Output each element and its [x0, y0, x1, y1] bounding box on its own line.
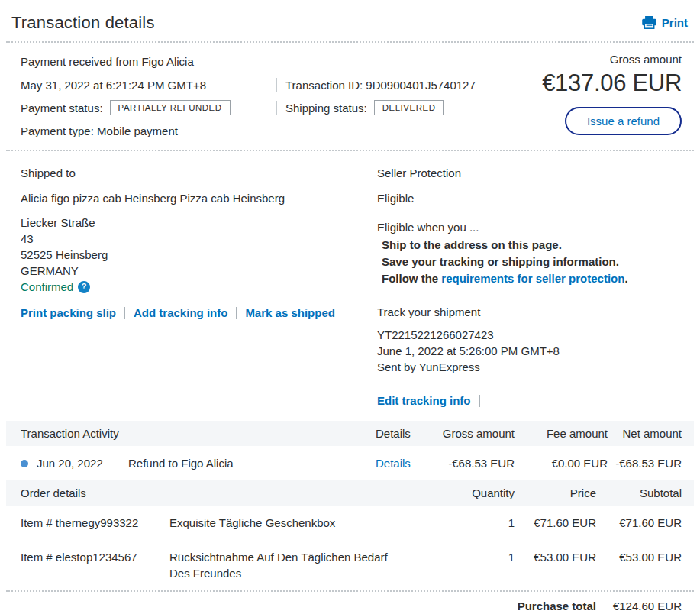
- order-item-row: Item # thernegy993322 Exquisite Tägliche…: [6, 506, 694, 540]
- separator: [344, 307, 344, 319]
- column-header-net: Net amount: [608, 427, 682, 440]
- shipped-to-section: Shipped to Alicia figo pizza cab Heinsbe…: [21, 161, 377, 407]
- order-details-header: Order details Quantity Price Subtotal: [6, 480, 694, 506]
- shipping-address: Liecker Straße 43 52525 Heinsberg GERMAN…: [21, 215, 377, 295]
- shipped-to-title: Shipped to: [21, 166, 377, 179]
- tracking-date: June 1, 2022 at 5:26:00 PM GMT+8: [377, 343, 682, 359]
- payment-summary: Payment received from Figo Alicia May 31…: [0, 43, 700, 150]
- payment-status-label: Payment status:: [21, 102, 103, 115]
- add-tracking-info-link[interactable]: Add tracking info: [134, 306, 227, 319]
- printer-icon: [642, 16, 656, 29]
- separator: [236, 307, 237, 319]
- address-line: 43: [21, 231, 377, 247]
- activity-net-amount: -€68.53 EUR: [608, 457, 682, 470]
- transaction-id: Transaction ID: 9D0900401J5740127: [285, 79, 476, 92]
- seller-protection-title: Seller Protection: [377, 166, 682, 179]
- column-header-fee: Fee amount: [515, 427, 608, 440]
- payment-status-badge: PARTIALLY REFUNDED: [110, 100, 231, 115]
- column-header-gross: Gross amount: [441, 427, 515, 440]
- address-line: GERMANY: [21, 263, 377, 279]
- transaction-activity-title: Transaction Activity: [21, 427, 376, 440]
- transaction-date: May 31, 2022 at 6:21:24 PM GMT+8: [21, 79, 276, 92]
- column-header-details: Details: [376, 427, 441, 440]
- page-header: Transaction details Print: [0, 0, 700, 41]
- item-number: Item # elestop1234567: [21, 549, 169, 581]
- column-header-price: Price: [515, 486, 596, 499]
- activity-description: Refund to Figo Alicia: [128, 457, 234, 470]
- item-quantity: 1: [423, 549, 515, 581]
- address-line: Liecker Straße: [21, 215, 377, 231]
- transaction-activity-header: Transaction Activity Details Gross amoun…: [6, 421, 694, 446]
- activity-fee-amount: €0.00 EUR: [515, 457, 608, 470]
- item-description: Exquisite Tägliche Geschenkbox: [169, 515, 423, 531]
- vertical-separator: [276, 101, 277, 115]
- item-description: Rücksichtnahme Auf Den Täglichen Bedarf …: [169, 549, 423, 581]
- page-title: Transaction details: [11, 13, 155, 33]
- column-header-quantity: Quantity: [423, 486, 515, 499]
- order-details-title: Order details: [21, 486, 169, 499]
- vertical-separator: [276, 78, 277, 92]
- gross-amount-value: €137.06 EUR: [542, 69, 682, 97]
- track-shipment-title: Track your shipment: [377, 305, 682, 318]
- separator: [479, 395, 480, 407]
- transaction-activity-row: Jun 20, 2022 Refund to Figo Alicia Detai…: [6, 446, 694, 480]
- shipping-status-badge: DELIVERED: [374, 100, 444, 115]
- shipping-status-label: Shipping status:: [285, 102, 367, 115]
- requirement-line: Follow the requirements for seller prote…: [382, 270, 682, 287]
- details-columns: Shipped to Alicia figo pizza cab Heinsbe…: [0, 151, 700, 421]
- order-item-row: Item # elestop1234567 Rücksichtnahme Auf…: [6, 540, 694, 590]
- item-number: Item # thernegy993322: [21, 515, 169, 531]
- purchase-total-label: Purchase total: [515, 599, 596, 612]
- help-icon[interactable]: ?: [78, 281, 90, 293]
- activity-bullet-icon: [21, 460, 28, 467]
- gross-amount-label: Gross amount: [542, 53, 682, 66]
- tracking-carrier: Sent by YunExpress: [377, 359, 682, 375]
- item-quantity: 1: [423, 515, 515, 531]
- print-button[interactable]: Print: [642, 16, 688, 29]
- purchase-total-value: €124.60 EUR: [596, 599, 682, 612]
- gross-amount-box: Gross amount €137.06 EUR Issue a refund: [542, 53, 682, 135]
- column-header-subtotal: Subtotal: [596, 486, 682, 499]
- purchase-total-row: Purchase total €124.60 EUR: [6, 592, 694, 614]
- seller-protection-section: Seller Protection Eligible Eligible when…: [377, 161, 682, 407]
- address-line: 52525 Heinsberg: [21, 247, 377, 263]
- item-price: €71.60 EUR: [515, 515, 596, 531]
- seller-protection-subtitle: Eligible when you ...: [377, 221, 682, 234]
- tracking-info: YT2215221266027423 June 1, 2022 at 5:26:…: [377, 327, 682, 375]
- shipping-actions: Print packing slip Add tracking info Mar…: [21, 306, 377, 319]
- print-packing-slip-link[interactable]: Print packing slip: [21, 306, 116, 319]
- activity-gross-amount: -€68.53 EUR: [441, 457, 515, 470]
- activity-details-link[interactable]: Details: [376, 457, 441, 470]
- item-subtotal: €71.60 EUR: [596, 515, 682, 531]
- item-subtotal: €53.00 EUR: [596, 549, 682, 581]
- address-confirmed-label: Confirmed: [21, 279, 73, 295]
- seller-protection-status: Eligible: [377, 192, 682, 205]
- separator: [124, 307, 125, 319]
- print-label: Print: [662, 16, 688, 29]
- requirement-line: Save your tracking or shipping informati…: [382, 254, 682, 270]
- activity-date: Jun 20, 2022: [37, 457, 128, 470]
- item-price: €53.00 EUR: [515, 549, 596, 581]
- seller-protection-requirements: Ship to the address on this page. Save y…: [377, 237, 682, 287]
- mark-as-shipped-link[interactable]: Mark as shipped: [245, 306, 335, 319]
- requirement-line: Ship to the address on this page.: [382, 237, 682, 254]
- recipient-name: Alicia figo pizza cab Heinsberg Pizza ca…: [21, 192, 377, 205]
- issue-refund-button[interactable]: Issue a refund: [565, 107, 682, 135]
- edit-tracking-info-link[interactable]: Edit tracking info: [377, 394, 471, 407]
- tracking-number: YT2215221266027423: [377, 327, 682, 343]
- seller-protection-requirements-link[interactable]: requirements for seller protection: [441, 272, 624, 285]
